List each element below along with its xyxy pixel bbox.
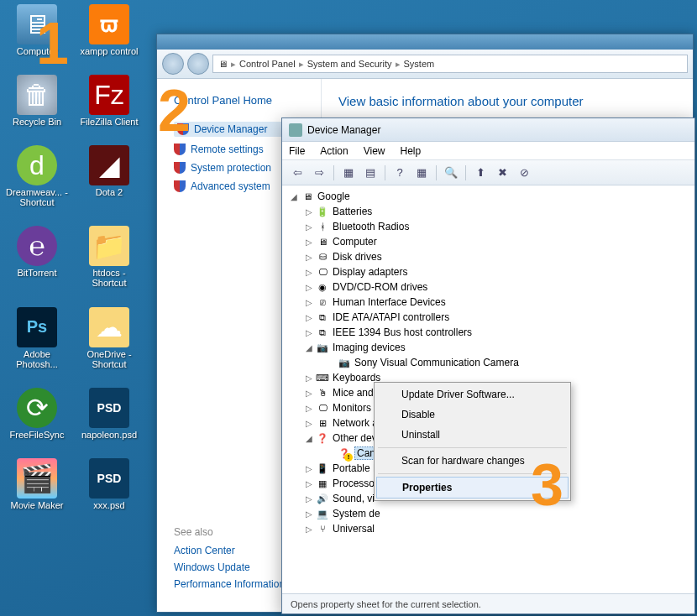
movie-icon: 🎬: [17, 458, 57, 499]
device-icon: ⊞: [316, 416, 329, 430]
expand-icon[interactable]: ▷: [304, 207, 314, 217]
desktop-icon-ps[interactable]: PsAdobe Photosh...: [4, 307, 70, 369]
device-icon: 🔋: [316, 205, 329, 218]
expand-icon[interactable]: ▷: [304, 373, 314, 383]
expand-icon[interactable]: ◢: [304, 343, 314, 352]
desktop-icon-filezilla[interactable]: FzFileZilla Client: [76, 75, 142, 127]
desktop-icon-onedrive[interactable]: ☁OneDrive - Shortcut: [76, 307, 142, 369]
desktop-icon-psd[interactable]: PSDnapoleon.psd: [76, 388, 142, 440]
dm-statusbar: Opens property sheet for the current sel…: [282, 593, 694, 613]
expand-icon[interactable]: ▷: [304, 494, 314, 504]
tree-node[interactable]: ▷◉DVD/CD-ROM drives: [282, 279, 694, 295]
context-menu-item[interactable]: Disable: [376, 405, 569, 425]
cp-titlebar[interactable]: [157, 34, 693, 50]
desktop-icon-bin[interactable]: 🗑Recycle Bin: [4, 75, 70, 127]
tree-node[interactable]: ▷⎚Human Interface Devices: [282, 295, 694, 310]
cp-home-link[interactable]: Control Panel Home: [174, 94, 312, 107]
expand-icon[interactable]: ▷: [304, 268, 314, 277]
expand-icon[interactable]: ▷: [304, 328, 314, 337]
expand-icon[interactable]: ▷: [304, 479, 314, 488]
back-button[interactable]: [162, 53, 184, 75]
device-icon: ❓: [338, 446, 351, 460]
menu-file[interactable]: File: [289, 145, 305, 157]
device-label: Bluetooth Radios: [333, 221, 409, 232]
tree-node[interactable]: ▷🖥Computer: [282, 234, 694, 249]
menu-action[interactable]: Action: [320, 145, 348, 157]
device-icon: 🖥: [316, 235, 329, 248]
shield-icon: [174, 162, 186, 174]
device-label: Sound, vi: [333, 493, 375, 504]
expand-icon[interactable]: ▷: [304, 389, 314, 398]
tree-node[interactable]: ◢📷Imaging devices: [282, 340, 694, 355]
desktop-icon-dota[interactable]: ◢Dota 2: [76, 145, 142, 207]
tb-update-icon[interactable]: ⬆: [470, 164, 490, 182]
tree-node[interactable]: ▷⧉IEEE 1394 Bus host controllers: [282, 325, 694, 340]
context-menu-item[interactable]: Update Driver Software...: [376, 384, 569, 405]
breadcrumb[interactable]: 🖥 ▸ Control Panel ▸ System and Security …: [212, 55, 688, 73]
expand-icon[interactable]: ▷: [304, 313, 314, 322]
menu-view[interactable]: View: [364, 145, 385, 157]
expand-icon[interactable]: ▷: [304, 525, 314, 534]
device-icon: ⧉: [316, 326, 329, 339]
expand-icon[interactable]: ◢: [304, 434, 314, 443]
tree-node[interactable]: ▷🖵Display adapters: [282, 264, 694, 279]
tb-view-icon[interactable]: ▦: [411, 164, 432, 182]
desktop-icon-htdocs[interactable]: 📁htdocs - Shortcut: [76, 226, 142, 288]
tree-node[interactable]: ▷💻System de: [282, 506, 694, 521]
psd-icon: PSD: [89, 458, 129, 499]
tree-node[interactable]: ▷🔋Batteries: [282, 204, 694, 219]
tree-node[interactable]: ▷⑂Universal: [282, 521, 694, 536]
context-menu-item[interactable]: Properties: [376, 477, 569, 499]
desktop-icon-psd[interactable]: PSDxxx.psd: [76, 458, 142, 510]
tb-scan-icon[interactable]: 🔍: [441, 164, 461, 182]
device-label: Disk drives: [333, 251, 382, 263]
device-label: Human Interface Devices: [333, 296, 446, 308]
device-label: Batteries: [333, 206, 372, 217]
xampp-icon: ϖ: [89, 4, 129, 44]
dm-titlebar[interactable]: Device Manager: [282, 118, 694, 142]
device-icon: 📷: [338, 356, 351, 369]
tree-node[interactable]: ▷⛁Disk drives: [282, 249, 694, 264]
tb-uninstall-icon[interactable]: ✖: [492, 164, 512, 182]
expand-icon[interactable]: ▷: [304, 404, 314, 413]
context-menu: Update Driver Software...DisableUninstal…: [374, 382, 571, 501]
device-label: IDE ATA/ATAPI controllers: [333, 311, 449, 323]
context-menu-item[interactable]: Scan for hardware changes: [376, 451, 569, 471]
tb-forward-icon[interactable]: ⇨: [309, 164, 329, 182]
desktop-icon-computer[interactable]: 🖥Computer: [4, 4, 70, 56]
forward-button[interactable]: [187, 53, 209, 75]
expand-icon[interactable]: ▷: [304, 253, 314, 262]
tree-node[interactable]: ▷⧉IDE ATA/ATAPI controllers: [282, 310, 694, 325]
tb-properties-icon[interactable]: ▤: [360, 164, 380, 182]
dm-menubar: File Action View Help: [282, 142, 694, 160]
device-icon: ᚼ: [316, 220, 329, 233]
expand-icon[interactable]: ▷: [304, 283, 314, 292]
breadcrumb-item[interactable]: System: [404, 59, 435, 69]
tree-node[interactable]: 📷Sony Visual Communication Camera: [282, 355, 694, 370]
expand-icon[interactable]: ▷: [304, 222, 314, 232]
device-icon: 📱: [316, 462, 329, 475]
expand-icon[interactable]: ▷: [304, 298, 314, 307]
tree-node[interactable]: ◢🖥Google: [282, 189, 694, 204]
expand-icon[interactable]: ▷: [304, 464, 314, 473]
expand-icon[interactable]: ▷: [304, 238, 314, 247]
breadcrumb-item[interactable]: Control Panel: [239, 59, 296, 69]
tb-show-hidden-icon[interactable]: ▦: [338, 164, 359, 182]
menu-help[interactable]: Help: [401, 145, 422, 157]
desktop-icon-ffs[interactable]: ⟳FreeFileSync: [4, 388, 70, 440]
bittorrent-icon: ℮: [17, 226, 57, 266]
breadcrumb-item[interactable]: System and Security: [307, 59, 392, 69]
tb-back-icon[interactable]: ⇦: [287, 164, 307, 182]
tb-disable-icon[interactable]: ⊘: [514, 164, 534, 182]
expand-icon[interactable]: ▷: [304, 509, 314, 519]
tree-node[interactable]: ▷ᚼBluetooth Radios: [282, 219, 694, 234]
desktop-icon-xampp[interactable]: ϖxampp control: [76, 4, 142, 56]
context-menu-item[interactable]: Uninstall: [376, 425, 569, 445]
expand-icon[interactable]: ◢: [289, 192, 299, 201]
desktop-icon-bittorrent[interactable]: ℮BitTorrent: [4, 226, 70, 288]
cp-navbar: 🖥 ▸ Control Panel ▸ System and Security …: [157, 50, 693, 79]
desktop-icon-movie[interactable]: 🎬Movie Maker: [4, 458, 70, 510]
desktop-icon-dreamweaver[interactable]: dDreamweav... - Shortcut: [4, 145, 70, 207]
tb-help-icon[interactable]: ?: [390, 164, 410, 182]
expand-icon[interactable]: ▷: [304, 419, 314, 428]
